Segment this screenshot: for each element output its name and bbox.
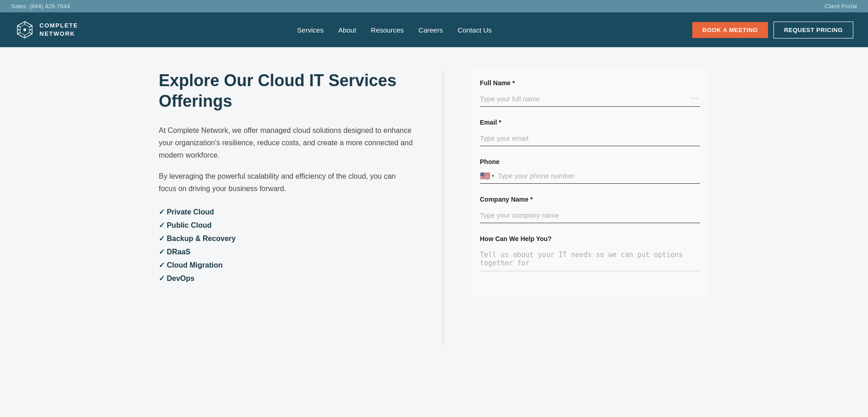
company-input[interactable] [480, 208, 700, 223]
book-meeting-button[interactable]: BOOK A MEETING [692, 22, 768, 38]
svg-line-3 [29, 26, 32, 27]
desc-paragraph-2: By leveraging the powerful scalability a… [159, 170, 415, 195]
contact-form: Full Name * ⋯ Email * Phone 🇺🇸 ▾ Comp [471, 70, 709, 294]
logo-text: COMPLETE NETWORK [39, 22, 78, 38]
checklist-item: ✓ Private Cloud [159, 208, 415, 216]
svg-point-8 [23, 28, 26, 31]
phone-row: 🇺🇸 ▾ [480, 170, 700, 184]
desc-paragraph-1: At Complete Network, we offer managed cl… [159, 124, 415, 162]
svg-line-6 [17, 33, 20, 34]
nav-careers[interactable]: Careers [418, 26, 443, 34]
email-input[interactable] [480, 131, 700, 146]
client-portal-link[interactable]: Client Portal [824, 3, 857, 10]
svg-line-4 [29, 33, 32, 34]
section-divider [443, 70, 443, 345]
phone-flag[interactable]: 🇺🇸 ▾ [480, 171, 494, 181]
main-content: Explore Our Cloud IT Services Offerings … [140, 47, 728, 363]
fullname-input[interactable] [480, 91, 700, 107]
main-nav: Services About Resources Careers Contact… [96, 26, 692, 34]
phone-label: Phone [480, 158, 700, 165]
help-label: How Can We Help You? [480, 235, 700, 242]
request-pricing-button[interactable]: REQUEST PRICING [773, 22, 853, 38]
fullname-label: Full Name * [480, 79, 700, 87]
checklist-item: ✓ DevOps [159, 274, 415, 283]
checklist-item: ✓ Public Cloud [159, 221, 415, 230]
svg-line-7 [17, 26, 20, 27]
flag-icon: 🇺🇸 [480, 171, 490, 181]
logo-icon [15, 20, 35, 40]
left-column: Explore Our Cloud IT Services Offerings … [159, 70, 415, 283]
email-label: Email * [480, 119, 700, 126]
svg-marker-10 [29, 29, 31, 31]
fullname-group: Full Name * ⋯ [480, 79, 700, 107]
nav-contact[interactable]: Contact Us [457, 26, 491, 34]
flag-caret: ▾ [492, 173, 494, 178]
nav-resources[interactable]: Resources [371, 26, 404, 34]
nav-services[interactable]: Services [297, 26, 324, 34]
top-bar: Sales: (844) 426-7844 Client Portal [0, 0, 868, 12]
phone-input[interactable] [498, 170, 700, 181]
nav-about[interactable]: About [338, 26, 356, 34]
email-group: Email * [480, 119, 700, 146]
checklist: ✓ Private Cloud ✓ Public Cloud ✓ Backup … [159, 208, 415, 283]
help-group: How Can We Help You? [480, 235, 700, 273]
phone-label: Sales: (844) 426-7844 [11, 3, 70, 10]
checklist-item: ✓ Cloud Migration [159, 261, 415, 269]
checklist-item: ✓ Backup & Recovery [159, 234, 415, 243]
input-icon: ⋯ [691, 94, 698, 103]
header: COMPLETE NETWORK Services About Resource… [0, 12, 868, 47]
company-group: Company Name * [480, 196, 700, 223]
checklist-item: ✓ DRaaS [159, 247, 415, 256]
logo[interactable]: COMPLETE NETWORK [15, 20, 78, 40]
svg-marker-9 [18, 29, 20, 31]
company-label: Company Name * [480, 196, 700, 203]
page-title: Explore Our Cloud IT Services Offerings [159, 70, 415, 111]
nav-buttons: BOOK A MEETING REQUEST PRICING [692, 22, 853, 38]
help-textarea[interactable] [480, 247, 700, 271]
phone-group: Phone 🇺🇸 ▾ [480, 158, 700, 184]
